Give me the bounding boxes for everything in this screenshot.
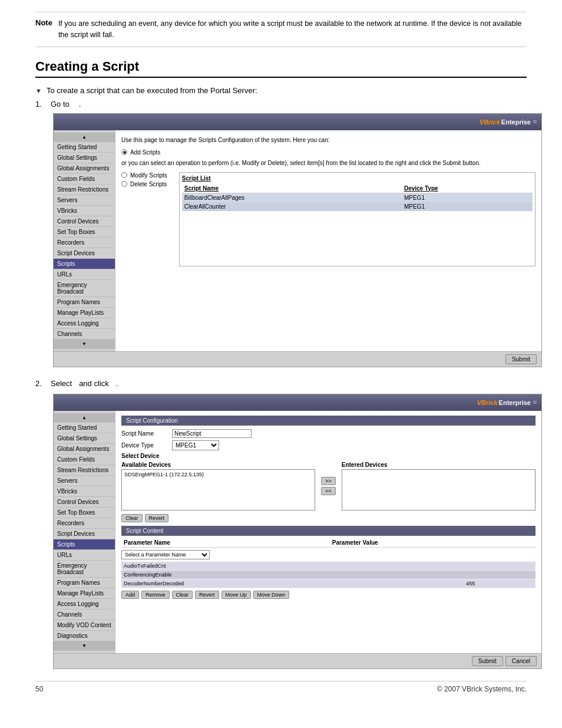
sc2-sidebar-stream-restrictions[interactable]: Stream Restrictions xyxy=(54,465,115,476)
sc2-sidebar-manage-playlists[interactable]: Manage PlayLists xyxy=(54,588,115,599)
sc1-col-script-name: Script Name xyxy=(182,184,402,193)
sidebar-item-emergency-broadcast[interactable]: Emergency Broadcast xyxy=(54,280,115,297)
sc2-sidebar-urls[interactable]: URLs xyxy=(54,550,115,561)
sc2-sidebar-recorders[interactable]: Recorders xyxy=(54,518,115,529)
sc2-sidebar-servers[interactable]: Servers xyxy=(54,476,115,486)
sc1-script-list-title: Script List xyxy=(182,175,533,182)
sc2-clear2-btn[interactable]: Clear xyxy=(172,591,193,599)
sidebar-item-stream-restrictions[interactable]: Stream Restrictions xyxy=(54,185,115,195)
sc2-param-select-row: Parameter Name Parameter Value Select a … xyxy=(121,538,535,559)
sc2-revert2-btn[interactable]: Revert xyxy=(195,591,219,599)
sc2-sidebar-global-assignments[interactable]: Global Assignments xyxy=(54,444,115,454)
sc2-device-type-row: Device Type MPEG1 xyxy=(121,440,535,450)
sidebar-item-set-top-boxes[interactable]: Set Top Boxes xyxy=(54,227,115,238)
sc2-sidebar-set-top-boxes[interactable]: Set Top Boxes xyxy=(54,508,115,518)
sc2-script-name-row: Script Name xyxy=(121,429,535,438)
sc2-back-btn[interactable]: << xyxy=(321,487,336,495)
param-row[interactable]: DecoderNumberDecoded455 xyxy=(121,579,535,588)
param-name-cell: DecoderNumberDecoded xyxy=(121,579,464,588)
sc1-intro: Use this page to manage the Scripts Conf… xyxy=(121,136,535,144)
sc2-submit-btn[interactable]: Submit xyxy=(472,656,503,666)
sc2-footer: Submit Cancel xyxy=(54,653,541,668)
sc1-main-area: Modify Scripts Delete Scripts Script Lis… xyxy=(121,172,535,266)
logo-bars-icon-2 xyxy=(533,401,537,404)
page-footer: 50 © 2007 VBrick Systems, Inc. xyxy=(35,681,527,693)
sidebar-item-program-names[interactable]: Program Names xyxy=(54,297,115,308)
sc2-sidebar-getting-started[interactable]: Getting Started xyxy=(54,423,115,433)
sc2-param-select[interactable]: Select a Parameter Name xyxy=(121,550,210,559)
sc2-cancel-btn[interactable]: Cancel xyxy=(505,656,537,666)
step-1-text: Go to xyxy=(51,100,70,108)
sc2-move-up-btn[interactable]: Move Up xyxy=(222,591,251,599)
sidebar-item-recorders[interactable]: Recorders xyxy=(54,238,115,248)
param-value-cell: 455 xyxy=(464,579,535,588)
sc2-script-name-input[interactable] xyxy=(172,429,252,438)
sidebar-item-global-assignments[interactable]: Global Assignments xyxy=(54,163,115,174)
sidebar-item-custom-fields[interactable]: Custom Fields xyxy=(54,174,115,185)
screenshot-1: VBrick Enteprise ▲ Getting Started Globa… xyxy=(53,113,542,367)
sc2-available-list[interactable]: SDSEngMPEG1-1 (172.22.5.135) xyxy=(121,469,315,510)
sc1-submit-btn[interactable]: Submit xyxy=(505,354,537,364)
sc1-radio-add[interactable] xyxy=(121,149,127,155)
sc2-sidebar-access-logging[interactable]: Access Logging xyxy=(54,599,115,610)
sc2-sidebar-channels[interactable]: Channels xyxy=(54,610,115,620)
sidebar-item-vbricks[interactable]: VBricks xyxy=(54,206,115,216)
sc2-available-device-item[interactable]: SDSEngMPEG1-1 (172.22.5.135) xyxy=(123,471,313,478)
screenshot-2: VBrick Enterprise ▲ Getting Started Glob… xyxy=(53,394,542,669)
sc2-remove-btn[interactable]: Remove xyxy=(141,591,170,599)
sc2-device-type-label: Device Type xyxy=(121,442,168,449)
sc2-move-down-btn[interactable]: Move Down xyxy=(253,591,290,599)
sidebar-item-script-devices[interactable]: Script Devices xyxy=(54,248,115,259)
bullet-text: To create a script that can be executed … xyxy=(47,86,257,95)
sc2-sidebar-modify-vod[interactable]: Modify VOD Content xyxy=(54,620,115,631)
sc1-radio-modify-row: Modify Scripts xyxy=(121,172,167,179)
sc2-script-name-label: Script Name xyxy=(121,430,168,437)
sc2-sidebar-vbricks[interactable]: VBricks xyxy=(54,486,115,497)
sc2-clear1-btn[interactable]: Clear xyxy=(121,514,143,522)
sc2-header: VBrick Enterprise xyxy=(54,394,541,411)
sc2-script-content-header: Script Content xyxy=(121,526,535,536)
sc2-sidebar-global-settings[interactable]: Global Settings xyxy=(54,433,115,444)
sidebar-item-urls[interactable]: URLs xyxy=(54,269,115,280)
sidebar-item-access-logging[interactable]: Access Logging xyxy=(54,318,115,329)
table-row[interactable]: BillboardClearAllPagesMPEG1 xyxy=(182,193,533,202)
sidebar-item-manage-playlists[interactable]: Manage PlayLists xyxy=(54,308,115,318)
sc2-sidebar-scripts[interactable]: Scripts xyxy=(54,539,115,550)
sc1-content: Use this page to manage the Scripts Conf… xyxy=(115,130,541,351)
step-2-suffix: . xyxy=(116,379,118,388)
sc1-radio-group2: Modify Scripts Delete Scripts xyxy=(121,172,167,266)
bullet-icon: ▼ xyxy=(35,87,42,94)
sc2-sidebar-control-devices[interactable]: Control Devices xyxy=(54,497,115,508)
sc1-scroll-down[interactable]: ▼ xyxy=(54,340,115,349)
sc2-scroll-down[interactable]: ▼ xyxy=(54,641,115,651)
sidebar-item-global-settings[interactable]: Global Settings xyxy=(54,153,115,163)
sc1-radio-delete[interactable] xyxy=(121,181,127,187)
sc2-entered-list[interactable] xyxy=(342,469,535,510)
param-row[interactable]: ConferencingEnable xyxy=(121,570,535,579)
sc1-scroll-up[interactable]: ▲ xyxy=(54,133,115,142)
param-row[interactable]: AudioTxFailedCnt xyxy=(121,562,535,571)
sc2-device-type-select[interactable]: MPEG1 xyxy=(172,440,219,450)
sc2-available-label: Available Devices xyxy=(121,462,315,468)
sidebar-item-scripts[interactable]: Scripts xyxy=(54,259,115,269)
sc1-radio-group: Add Scripts xyxy=(121,149,535,156)
sc2-sidebar-diagnostics[interactable]: Diagnostics xyxy=(54,631,115,641)
sc2-sidebar-custom-fields[interactable]: Custom Fields xyxy=(54,454,115,465)
step-2-number: 2. xyxy=(35,379,47,388)
sc2-scroll-up[interactable]: ▲ xyxy=(54,413,115,423)
sc2-revert1-btn[interactable]: Revert xyxy=(145,514,169,522)
sc1-radio-modify[interactable] xyxy=(121,172,127,178)
note-box: Note If you are scheduling an event, any… xyxy=(35,12,527,47)
sc2-add-btn[interactable]: Add xyxy=(121,591,139,599)
sc2-forward-btn[interactable]: >> xyxy=(321,477,336,485)
param-value-cell xyxy=(464,562,535,571)
sc2-sidebar-script-devices[interactable]: Script Devices xyxy=(54,529,115,539)
page-number: 50 xyxy=(35,685,43,693)
sc2-sidebar-emergency-broadcast[interactable]: Emergency Broadcast xyxy=(54,561,115,578)
sidebar-item-control-devices[interactable]: Control Devices xyxy=(54,216,115,227)
table-row[interactable]: ClearAllCounterMPEG1 xyxy=(182,202,533,211)
sidebar-item-servers[interactable]: Servers xyxy=(54,195,115,206)
sidebar-item-getting-started[interactable]: Getting Started xyxy=(54,142,115,153)
sc2-sidebar-program-names[interactable]: Program Names xyxy=(54,578,115,588)
sidebar-item-channels[interactable]: Channels xyxy=(54,329,115,340)
